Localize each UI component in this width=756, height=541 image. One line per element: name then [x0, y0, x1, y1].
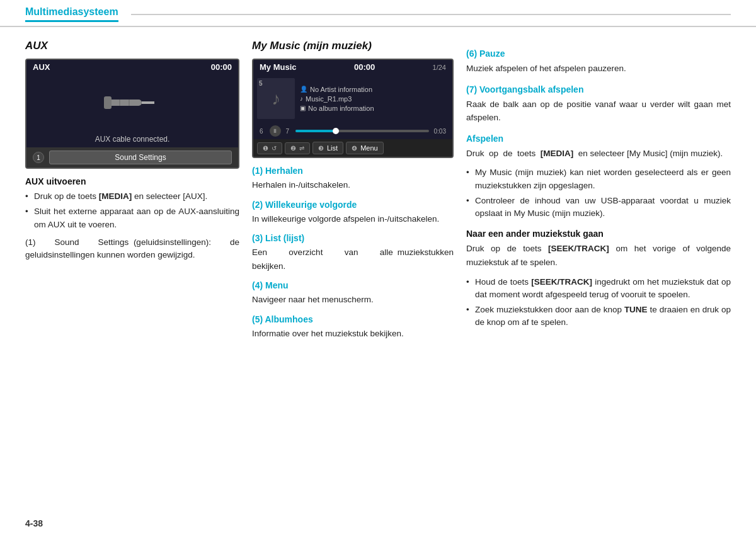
- repeat-icon: ↺: [272, 145, 277, 152]
- header-divider: [131, 14, 731, 15]
- aux-bullet-2: Sluit het externe apparaat aan op de AUX…: [25, 205, 239, 231]
- aux-sub-title: AUX uitvoeren: [25, 176, 239, 186]
- track-icon: ♪: [300, 95, 303, 102]
- heading-albumhoes: (5) Albumhoes: [252, 314, 454, 324]
- mymusic-column: My Music (mijn muziek) My Music 00:00 1/…: [252, 40, 454, 347]
- right-heading-voortgang: (7) Voortgangsbalk afspelen: [466, 84, 731, 94]
- aux-screen-body: [26, 74, 238, 131]
- num7-badge: 7: [286, 128, 290, 135]
- shuffle-icon: ⇌: [299, 145, 304, 152]
- aux-screen: AUX 00:00: [25, 59, 239, 169]
- aux-plug-icon: [101, 87, 164, 118]
- mymusic-body: 5 ♪ 👤 No Artist information ♪ Music_R1.m…: [253, 74, 452, 123]
- main-content: AUX AUX 00:00: [0, 27, 756, 360]
- num5-badge: 5: [259, 80, 263, 87]
- right-para-pauze: Muziek afspelen of het afspelen pauzeren…: [466, 62, 731, 76]
- num6-badge: 6: [260, 128, 263, 135]
- aux-info-num: 1: [37, 154, 40, 161]
- svg-rect-0: [107, 100, 142, 106]
- aux-plug-svg: [101, 87, 164, 118]
- mymusic-controls: ❶ ↺ ❷ ⇌ ❸ List ❹ Menu: [253, 139, 452, 157]
- mymusic-topbar: My Music 00:00 1/24: [253, 60, 452, 74]
- aux-topbar-time: 00:00: [211, 62, 232, 72]
- pause-button[interactable]: ⏸: [270, 125, 281, 137]
- mymusic-time: 00:00: [354, 62, 375, 72]
- mymusic-album-art: 5 ♪: [257, 78, 295, 119]
- music-note-icon: ♪: [272, 89, 280, 109]
- text-herhalen: Herhalen in-/uitschakelen.: [252, 178, 454, 192]
- album-text: No album information: [308, 105, 374, 112]
- heading-willekeurig: (2) Willekeurige volgorde: [252, 200, 454, 210]
- heading-menu: (4) Menu: [252, 280, 454, 290]
- right-column: (6) Pauze Muziek afspelen of het afspele…: [466, 40, 731, 347]
- right-heading-ander: Naar een ander muziekstuk gaan: [466, 229, 731, 239]
- right-bullet-ander-1: Houd de toets [SEEK/TRACK] ingedrukt om …: [466, 276, 731, 302]
- ctrl-repeat[interactable]: ❶ ↺: [257, 142, 282, 154]
- right-bullets-afspelen: My Music (mijn muziek) kan niet worden g…: [466, 166, 731, 220]
- aux-sound-button[interactable]: Sound Settings: [49, 151, 232, 164]
- progress-fill: [295, 130, 335, 132]
- track-line: ♪ Music_R1.mp3: [300, 95, 449, 103]
- aux-numbered-1: (1) Sound Settings (geluidsinstellingen)…: [25, 236, 239, 262]
- time-display: 0:03: [434, 128, 446, 135]
- mymusic-progress-area: 6 ⏸ 7 0:03: [253, 123, 452, 139]
- right-heading-pauze: (6) Pauze: [466, 48, 731, 59]
- svg-rect-2: [104, 96, 112, 109]
- right-bullets-ander: Houd de toets [SEEK/TRACK] ingedrukt om …: [466, 276, 731, 329]
- ctrl-list-label: List: [327, 144, 338, 152]
- aux-topbar-title: AUX: [33, 62, 50, 72]
- artist-text: No Artist information: [310, 86, 372, 93]
- aux-topbar: AUX 00:00: [26, 60, 238, 74]
- text-menu: Navigeer naar het menuscherm.: [252, 293, 454, 307]
- right-bullet-afspelen-1: My Music (mijn muziek) kan niet worden g…: [466, 166, 731, 192]
- ctrl-shuffle[interactable]: ❷ ⇌: [285, 142, 310, 154]
- aux-button-row: 1 Sound Settings: [26, 147, 238, 168]
- header-title: Multimediasysteem: [25, 6, 118, 22]
- artist-line: 👤 No Artist information: [300, 86, 449, 93]
- aux-column: AUX AUX 00:00: [25, 40, 239, 347]
- right-para-ander: Druk op de toets [SEEK/TRACK] om het vor…: [466, 242, 731, 269]
- text-list: Een overzicht van alle muziekstukken bek…: [252, 246, 454, 273]
- heading-list: (3) List (lijst): [252, 233, 454, 243]
- mymusic-title: My Music (mijn muziek): [252, 40, 454, 52]
- aux-title: AUX: [25, 40, 239, 52]
- right-para-afspelen: Druk op de toets [MEDIA] en selecteer [M…: [466, 147, 731, 161]
- album-line: ▣ No album information: [300, 105, 449, 112]
- ctrl-menu-label: Menu: [360, 144, 378, 152]
- progress-dot: [333, 128, 339, 134]
- aux-bullets: Druk op de toets [MEDIA] en selecteer [A…: [25, 190, 239, 231]
- heading-herhalen: (1) Herhalen: [252, 166, 454, 176]
- page-header: Multimediasysteem: [0, 0, 756, 27]
- right-bullet-afspelen-2: Controleer de inhoud van uw USB-apparaat…: [466, 195, 731, 220]
- mymusic-topbar-title: My Music: [260, 62, 297, 72]
- aux-bullet-1: Druk op de toets [MEDIA] en selecteer [A…: [25, 190, 239, 203]
- artist-icon: 👤: [300, 86, 307, 93]
- right-bullet-ander-2: Zoek muziekstukken door aan de knop TUNE…: [466, 304, 731, 329]
- aux-info-badge: 1: [33, 152, 44, 163]
- mymusic-screen: My Music 00:00 1/24 5 ♪ 👤 No Artist info…: [252, 59, 454, 158]
- ctrl-menu[interactable]: ❹ Menu: [346, 142, 384, 154]
- ctrl-list[interactable]: ❸ List: [312, 142, 343, 154]
- right-heading-afspelen: Afspelen: [466, 134, 731, 144]
- text-willekeurig: In willekeurige volgorde afspelen in-/ui…: [252, 212, 454, 226]
- text-albumhoes: Informatie over het muziekstuk bekijken.: [252, 327, 454, 341]
- mymusic-info: 👤 No Artist information ♪ Music_R1.mp3 ▣…: [300, 78, 449, 119]
- track-text: Music_R1.mp3: [306, 95, 352, 103]
- svg-rect-1: [142, 101, 154, 104]
- album-icon: ▣: [300, 105, 306, 111]
- progress-track[interactable]: [295, 130, 428, 132]
- page-number: 4-38: [25, 518, 43, 528]
- right-para-voortgang: Raak de balk aan op de positie vanaf waa…: [466, 98, 731, 125]
- aux-status-text: AUX cable connected.: [26, 131, 238, 147]
- mymusic-counter: 1/24: [433, 64, 446, 71]
